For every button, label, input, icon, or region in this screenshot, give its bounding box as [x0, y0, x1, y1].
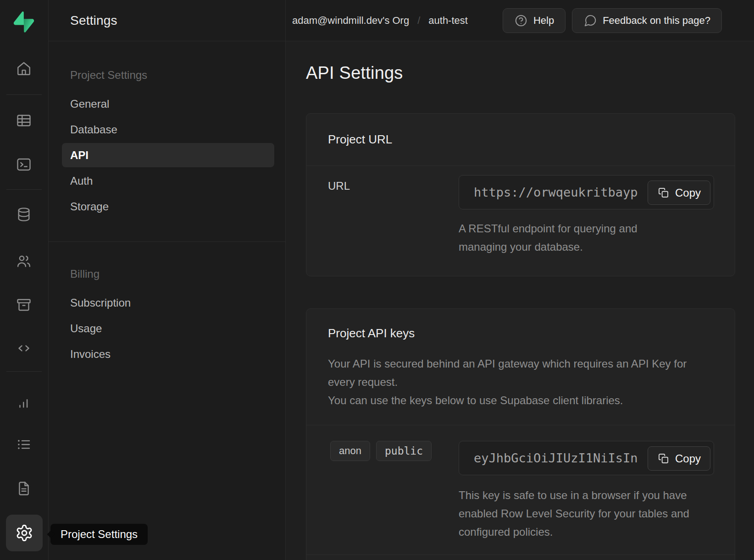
project-url-card-header: Project URL [306, 114, 735, 166]
breadcrumb-org[interactable]: adam@windmill.dev's Org [292, 15, 409, 27]
icon-rail [0, 0, 49, 560]
breadcrumb-separator: / [417, 15, 420, 27]
copy-icon [657, 187, 670, 199]
anon-key-value: eyJhbGciOiJIUzI1NiIsIn [474, 451, 638, 465]
table-editor-icon[interactable] [16, 112, 32, 129]
project-url-field[interactable]: https://orwqeukritbayp Copy [459, 175, 714, 209]
feedback-button[interactable]: Feedback on this page? [572, 8, 722, 33]
card-divider [306, 425, 735, 425]
copy-anon-key-label: Copy [675, 452, 701, 465]
api-keys-card-title: Project API keys [328, 326, 415, 340]
home-icon[interactable] [16, 60, 32, 77]
nav-heading-billing: Billing [70, 268, 100, 280]
edge-functions-icon[interactable] [16, 340, 32, 357]
api-keys-card: Project API keys Your API is secured beh… [306, 308, 735, 560]
help-circle-icon [514, 14, 528, 27]
copy-anon-key-button[interactable]: Copy [648, 446, 710, 471]
main-header: adam@windmill.dev's Org / auth-test Help [285, 0, 754, 41]
sidebar-item-api[interactable]: API [62, 143, 274, 167]
rail-divider [6, 371, 42, 372]
project-url-card: Project URL URL https://orwqeukritbayp C… [306, 113, 735, 276]
main-area: adam@windmill.dev's Org / auth-test Help [285, 0, 754, 560]
copy-icon [657, 452, 670, 465]
rail-divider [6, 94, 42, 95]
sidebar-item-general[interactable]: General [62, 92, 274, 116]
project-url-card-title: Project URL [328, 132, 392, 147]
supabase-dashboard: Settings Project Settings General Databa… [0, 0, 754, 560]
anon-badge: anon [330, 441, 370, 461]
sidebar-header: Settings [48, 0, 285, 41]
card-divider [306, 555, 735, 555]
sidebar-divider [48, 242, 285, 242]
storage-icon[interactable] [16, 296, 32, 313]
project-settings-nav-active[interactable] [6, 515, 43, 551]
settings-sidebar: Settings Project Settings General Databa… [48, 0, 286, 560]
auth-users-icon[interactable] [16, 253, 32, 269]
copy-url-label: Copy [675, 187, 701, 199]
header-buttons: Help Feedback on this page? [503, 8, 722, 33]
supabase-logo[interactable] [13, 11, 34, 33]
sidebar-item-storage[interactable]: Storage [62, 194, 274, 219]
anon-key-description: This key is safe to use in a browser if … [459, 486, 697, 541]
nav-heading-project-settings: Project Settings [70, 69, 147, 82]
chat-bubble-icon [583, 14, 597, 27]
sidebar-item-database[interactable]: Database [62, 117, 274, 142]
breadcrumb: adam@windmill.dev's Org / auth-test [292, 15, 468, 27]
breadcrumb-project[interactable]: auth-test [428, 15, 468, 27]
sidebar-item-usage[interactable]: Usage [62, 316, 274, 340]
logs-icon[interactable] [16, 436, 32, 453]
settings-gear-icon [15, 524, 33, 542]
database-icon[interactable] [16, 206, 32, 223]
sidebar-item-subscription[interactable]: Subscription [62, 291, 274, 315]
sidebar-item-auth[interactable]: Auth [62, 169, 274, 193]
help-button-label: Help [533, 15, 554, 27]
rail-divider [6, 189, 42, 190]
copy-url-button[interactable]: Copy [648, 181, 710, 205]
key-badges: anon public [330, 441, 432, 461]
anon-key-field[interactable]: eyJhbGciOiJIUzI1NiIsIn Copy [459, 441, 714, 475]
api-keys-description-line2: You can use the keys below to use Supaba… [328, 391, 695, 410]
project-settings-tooltip: Project Settings [50, 524, 148, 545]
feedback-button-label: Feedback on this page? [603, 15, 710, 27]
sidebar-item-invoices[interactable]: Invoices [62, 342, 274, 366]
help-button[interactable]: Help [503, 8, 566, 33]
sql-editor-icon[interactable] [16, 156, 32, 173]
sidebar-title: Settings [70, 13, 117, 28]
api-keys-card-description: Your API is secured behind an API gatewa… [328, 355, 695, 410]
page-title: API Settings [306, 63, 403, 83]
docs-icon[interactable] [16, 480, 32, 497]
url-label: URL [328, 180, 350, 192]
project-url-description: A RESTful endpoint for querying and mana… [459, 220, 674, 256]
api-settings-content: API Settings Project URL URL https://orw… [285, 41, 754, 560]
api-keys-description-line1: Your API is secured behind an API gatewa… [328, 355, 695, 391]
reports-icon[interactable] [16, 394, 32, 411]
public-badge: public [376, 441, 432, 461]
project-url-value: https://orwqeukritbayp [474, 185, 638, 199]
